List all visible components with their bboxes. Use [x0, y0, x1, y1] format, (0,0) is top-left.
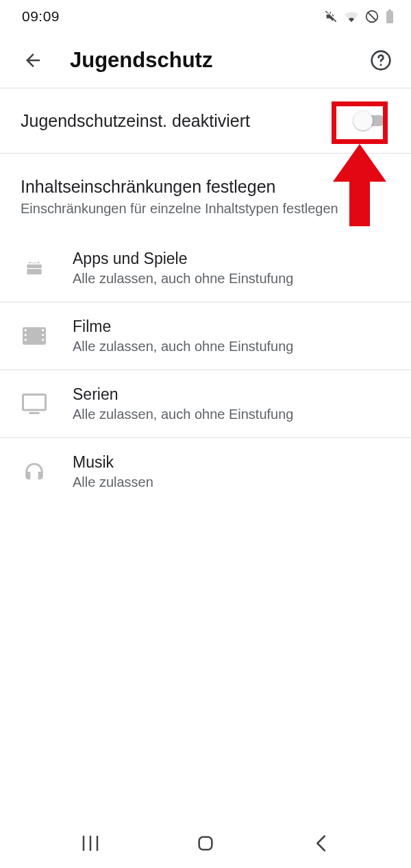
movie-icon	[21, 322, 48, 350]
nav-back-button[interactable]	[300, 823, 341, 864]
music-icon	[21, 458, 48, 485]
help-icon	[370, 49, 392, 71]
switch-thumb	[353, 111, 373, 130]
svg-rect-7	[27, 269, 41, 274]
svg-point-5	[380, 64, 382, 66]
list-item-title: Musik	[73, 453, 395, 472]
recents-icon	[80, 834, 101, 852]
page-title: Jugendschutz	[70, 48, 366, 73]
system-nav-bar	[0, 819, 411, 868]
section-subtitle: Einschränkungen für einzelne Inhaltstype…	[21, 201, 390, 217]
list-item-subtitle: Alle zulassen, auch ohne Einstufung	[73, 271, 395, 287]
section-content-restrictions: Inhaltseinschränkungen festlegen Einschr…	[0, 154, 411, 234]
svg-rect-3	[388, 10, 391, 12]
app-bar: Jugendschutz	[0, 33, 411, 88]
list-item-title: Filme	[73, 317, 395, 336]
list-item-music[interactable]: Musik Alle zulassen	[0, 438, 411, 505]
svg-rect-2	[386, 11, 393, 23]
list-item-apps[interactable]: Apps und Spiele Alle zulassen, auch ohne…	[0, 234, 411, 302]
tv-icon	[21, 390, 48, 418]
parental-toggle-row[interactable]: Jugendschutzeinst. deaktiviert	[0, 88, 411, 153]
status-time: 09:09	[22, 8, 60, 25]
list-item-series[interactable]: Serien Alle zulassen, auch ohne Einstufu…	[0, 370, 411, 437]
svg-rect-9	[25, 329, 27, 331]
home-icon	[196, 834, 215, 853]
back-button[interactable]	[18, 45, 48, 75]
nav-home-button[interactable]	[185, 823, 226, 864]
list-item-title: Apps und Spiele	[73, 250, 395, 268]
apps-icon	[21, 254, 48, 282]
list-item-title: Serien	[73, 385, 395, 404]
mute-icon	[323, 9, 338, 24]
nav-back-icon	[313, 834, 328, 853]
svg-rect-14	[42, 339, 44, 341]
section-title: Inhaltseinschränkungen festlegen	[21, 177, 390, 197]
svg-rect-21	[199, 837, 212, 850]
svg-line-1	[369, 13, 376, 21]
svg-rect-11	[25, 339, 27, 341]
parental-toggle-label: Jugendschutzeinst. deaktiviert	[21, 111, 250, 131]
list-item-subtitle: Alle zulassen	[73, 474, 395, 490]
svg-rect-12	[42, 329, 44, 331]
wifi-icon	[344, 9, 359, 24]
svg-rect-10	[25, 334, 27, 336]
list-item-movies[interactable]: Filme Alle zulassen, auch ohne Einstufun…	[0, 302, 411, 370]
help-button[interactable]	[366, 45, 396, 75]
status-bar: 09:09	[0, 0, 411, 33]
no-sim-icon	[364, 9, 379, 24]
list-item-subtitle: Alle zulassen, auch ohne Einstufung	[73, 407, 395, 422]
battery-icon	[385, 9, 395, 24]
list-item-subtitle: Alle zulassen, auch ohne Einstufung	[73, 339, 395, 354]
status-icons	[323, 9, 395, 24]
svg-rect-13	[42, 334, 44, 336]
svg-rect-15	[23, 395, 46, 411]
svg-rect-6	[27, 265, 41, 268]
nav-recents-button[interactable]	[70, 823, 111, 864]
parental-toggle-switch[interactable]	[353, 110, 389, 131]
arrow-back-icon	[23, 50, 43, 71]
